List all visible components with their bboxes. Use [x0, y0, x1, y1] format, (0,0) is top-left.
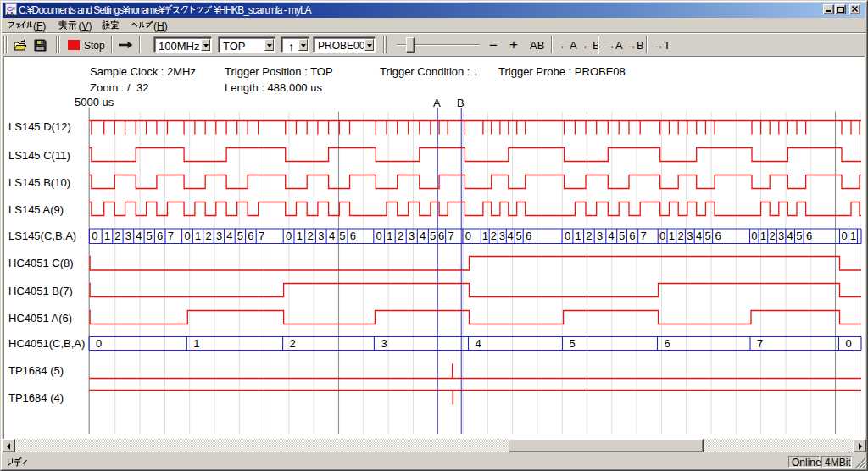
svg-text:3: 3 — [216, 230, 222, 242]
svg-text:0: 0 — [286, 230, 292, 242]
svg-text:4: 4 — [329, 230, 335, 242]
svg-text:6: 6 — [438, 230, 444, 242]
svg-text:4: 4 — [609, 230, 615, 242]
svg-text:0: 0 — [376, 230, 381, 242]
svg-text:3: 3 — [597, 230, 603, 242]
svg-text:0: 0 — [659, 230, 665, 242]
svg-text:0: 0 — [565, 230, 570, 242]
svg-text:7: 7 — [640, 230, 646, 242]
svg-text:0: 0 — [184, 230, 190, 242]
svg-text:7: 7 — [259, 230, 264, 242]
svg-text:7: 7 — [168, 230, 174, 242]
svg-text:2: 2 — [290, 337, 296, 350]
svg-text:6: 6 — [715, 230, 721, 242]
svg-text:5: 5 — [796, 230, 802, 242]
svg-text:1: 1 — [195, 230, 201, 242]
svg-text:1: 1 — [760, 230, 766, 242]
svg-text:5: 5 — [339, 230, 345, 242]
svg-text:1: 1 — [576, 230, 581, 242]
svg-text:6: 6 — [350, 230, 356, 242]
svg-text:5: 5 — [619, 230, 625, 242]
svg-text:3: 3 — [499, 230, 505, 242]
svg-text:6: 6 — [665, 337, 670, 350]
svg-text:4: 4 — [136, 230, 142, 242]
svg-text:1: 1 — [387, 230, 392, 242]
svg-text:6: 6 — [806, 230, 812, 242]
svg-text:7: 7 — [448, 230, 453, 242]
svg-text:1: 1 — [850, 230, 856, 242]
svg-text:0: 0 — [751, 230, 757, 242]
svg-text:4: 4 — [508, 230, 514, 242]
svg-text:6: 6 — [157, 230, 163, 242]
svg-text:5: 5 — [705, 230, 711, 242]
svg-text:6: 6 — [248, 230, 253, 242]
svg-text:3: 3 — [409, 230, 415, 242]
svg-text:4: 4 — [787, 230, 793, 242]
svg-text:0: 0 — [92, 230, 97, 242]
svg-text:2: 2 — [586, 230, 592, 242]
svg-text:0: 0 — [846, 337, 852, 350]
svg-text:1: 1 — [193, 337, 199, 350]
svg-text:5: 5 — [516, 230, 522, 242]
svg-text:6: 6 — [526, 230, 531, 242]
svg-text:2: 2 — [205, 230, 211, 242]
svg-text:3: 3 — [778, 230, 784, 242]
svg-text:2: 2 — [114, 230, 120, 242]
svg-text:6: 6 — [629, 230, 635, 242]
svg-text:3: 3 — [125, 230, 131, 242]
svg-text:1: 1 — [669, 230, 675, 242]
svg-text:0: 0 — [841, 230, 847, 242]
svg-text:1: 1 — [482, 230, 488, 242]
svg-text:4: 4 — [420, 230, 426, 242]
svg-text:5: 5 — [430, 230, 436, 242]
svg-text:5: 5 — [147, 230, 153, 242]
svg-text:2: 2 — [769, 230, 775, 242]
svg-text:4: 4 — [696, 230, 702, 242]
svg-text:0: 0 — [465, 230, 471, 242]
svg-text:1: 1 — [297, 230, 303, 242]
svg-text:2: 2 — [398, 230, 403, 242]
svg-text:5: 5 — [237, 230, 243, 242]
svg-text:4: 4 — [476, 337, 481, 350]
svg-text:2: 2 — [677, 230, 683, 242]
svg-text:4: 4 — [226, 230, 232, 242]
svg-text:2: 2 — [491, 230, 497, 242]
svg-text:1: 1 — [104, 230, 110, 242]
svg-text:2: 2 — [307, 230, 313, 242]
svg-text:3: 3 — [318, 230, 324, 242]
svg-text:7: 7 — [757, 337, 763, 350]
svg-text:0: 0 — [96, 337, 102, 350]
svg-text:3: 3 — [381, 337, 387, 350]
svg-text:3: 3 — [687, 230, 693, 242]
svg-text:5: 5 — [570, 337, 576, 350]
